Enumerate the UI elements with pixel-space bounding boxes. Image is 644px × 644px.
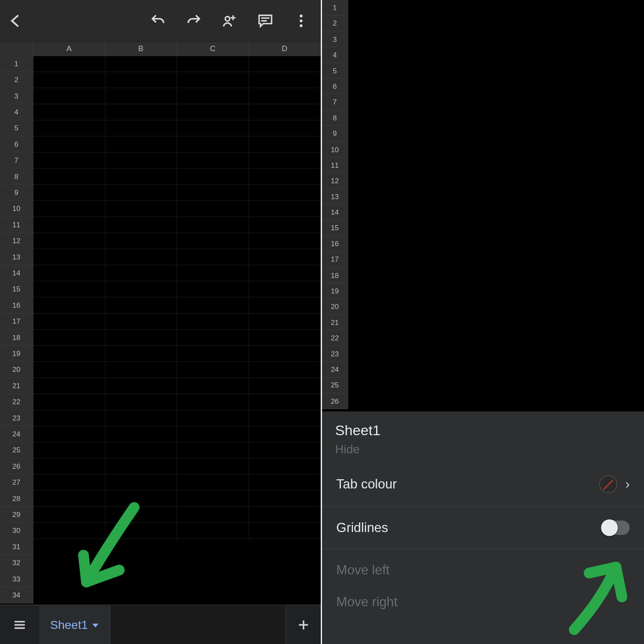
cell[interactable] bbox=[34, 442, 105, 458]
cell[interactable] bbox=[249, 555, 321, 571]
cell[interactable] bbox=[249, 523, 321, 539]
cell[interactable] bbox=[249, 426, 321, 442]
cell[interactable] bbox=[249, 378, 321, 394]
cell[interactable] bbox=[249, 410, 321, 426]
cell[interactable] bbox=[177, 378, 249, 394]
cell[interactable] bbox=[105, 137, 177, 153]
row-header[interactable]: 13 bbox=[0, 249, 34, 265]
cell[interactable] bbox=[177, 442, 249, 458]
add-sheet-button[interactable] bbox=[286, 605, 321, 644]
cell[interactable] bbox=[177, 555, 249, 571]
cell[interactable] bbox=[177, 410, 249, 426]
cell[interactable] bbox=[249, 459, 321, 475]
row-header[interactable]: 1 bbox=[322, 0, 348, 16]
cell[interactable] bbox=[177, 346, 249, 362]
cell[interactable] bbox=[105, 153, 177, 169]
cell[interactable] bbox=[177, 120, 249, 136]
row-header[interactable]: 26 bbox=[0, 459, 34, 475]
row-header[interactable]: 17 bbox=[0, 314, 34, 330]
row-header[interactable]: 28 bbox=[0, 491, 34, 506]
cell[interactable] bbox=[177, 314, 249, 330]
col-header-B[interactable]: B bbox=[105, 42, 177, 56]
cell[interactable] bbox=[105, 72, 177, 88]
cell[interactable] bbox=[105, 378, 177, 394]
row-header[interactable]: 15 bbox=[322, 220, 348, 236]
cell[interactable] bbox=[34, 394, 105, 410]
cell[interactable] bbox=[34, 265, 105, 281]
cell[interactable] bbox=[249, 217, 321, 233]
cell[interactable] bbox=[249, 265, 321, 281]
cell[interactable] bbox=[249, 104, 321, 120]
cell[interactable] bbox=[34, 72, 105, 88]
cell[interactable] bbox=[249, 330, 321, 345]
cell[interactable] bbox=[177, 72, 249, 88]
share-button[interactable] bbox=[219, 11, 239, 31]
row-header[interactable]: 23 bbox=[322, 346, 348, 362]
cell[interactable] bbox=[249, 120, 321, 136]
cell[interactable] bbox=[177, 491, 249, 506]
cell[interactable] bbox=[34, 88, 105, 104]
row-header[interactable]: 5 bbox=[0, 120, 34, 136]
gridlines-option[interactable]: Gridlines bbox=[322, 507, 644, 549]
cell[interactable] bbox=[177, 571, 249, 587]
cell[interactable] bbox=[34, 120, 105, 136]
cell[interactable] bbox=[177, 459, 249, 475]
row-header[interactable]: 29 bbox=[0, 507, 34, 523]
cell[interactable] bbox=[177, 475, 249, 491]
cell[interactable] bbox=[34, 346, 105, 362]
row-header[interactable]: 16 bbox=[0, 298, 34, 314]
cell[interactable] bbox=[177, 426, 249, 442]
cell[interactable] bbox=[34, 217, 105, 233]
cell[interactable] bbox=[249, 281, 321, 297]
cell[interactable] bbox=[34, 475, 105, 491]
cell[interactable] bbox=[249, 507, 321, 523]
comment-button[interactable] bbox=[255, 11, 275, 31]
gridlines-toggle[interactable] bbox=[602, 521, 629, 535]
row-header[interactable]: 18 bbox=[322, 267, 348, 283]
row-header[interactable]: 2 bbox=[322, 16, 348, 32]
row-header[interactable]: 10 bbox=[0, 201, 34, 217]
cell[interactable] bbox=[249, 201, 321, 217]
cell[interactable] bbox=[249, 56, 321, 72]
row-header[interactable]: 16 bbox=[322, 236, 348, 252]
row-header[interactable]: 21 bbox=[322, 315, 348, 331]
row-header[interactable]: 27 bbox=[0, 475, 34, 491]
cell[interactable] bbox=[249, 72, 321, 88]
cell[interactable] bbox=[249, 571, 321, 587]
row-header[interactable]: 24 bbox=[322, 362, 348, 378]
row-header[interactable]: 6 bbox=[322, 79, 348, 95]
undo-button[interactable] bbox=[148, 11, 168, 31]
cell[interactable] bbox=[177, 233, 249, 249]
row-header[interactable]: 10 bbox=[322, 142, 348, 158]
tab-colour-option[interactable]: Tab colour › bbox=[322, 462, 644, 507]
row-header[interactable]: 14 bbox=[322, 205, 348, 221]
row-header[interactable]: 22 bbox=[0, 394, 34, 410]
cell[interactable] bbox=[177, 153, 249, 169]
cell[interactable] bbox=[34, 426, 105, 442]
cell[interactable] bbox=[105, 201, 177, 217]
spreadsheet-grid-right[interactable]: 1234567891011121314151617181920212223242… bbox=[322, 0, 644, 411]
row-header[interactable]: 4 bbox=[322, 47, 348, 63]
row-header[interactable]: 9 bbox=[0, 185, 34, 201]
cell[interactable] bbox=[34, 410, 105, 426]
cell[interactable] bbox=[249, 314, 321, 330]
cell[interactable] bbox=[177, 265, 249, 281]
row-header[interactable]: 31 bbox=[0, 539, 34, 555]
cell[interactable] bbox=[249, 153, 321, 169]
cell[interactable] bbox=[105, 410, 177, 426]
all-sheets-button[interactable] bbox=[0, 605, 39, 644]
row-header[interactable]: 3 bbox=[0, 88, 34, 104]
row-header[interactable]: 2 bbox=[0, 72, 34, 88]
redo-button[interactable] bbox=[184, 11, 204, 31]
cell[interactable] bbox=[249, 587, 321, 603]
cell[interactable] bbox=[105, 314, 177, 330]
cell[interactable] bbox=[105, 394, 177, 410]
row-header[interactable]: 19 bbox=[322, 283, 348, 299]
cell[interactable] bbox=[177, 56, 249, 72]
cell[interactable] bbox=[34, 201, 105, 217]
row-header[interactable]: 25 bbox=[0, 442, 34, 458]
cell[interactable] bbox=[34, 249, 105, 265]
cell[interactable] bbox=[249, 298, 321, 314]
cell[interactable] bbox=[177, 523, 249, 539]
row-header[interactable]: 18 bbox=[0, 330, 34, 345]
